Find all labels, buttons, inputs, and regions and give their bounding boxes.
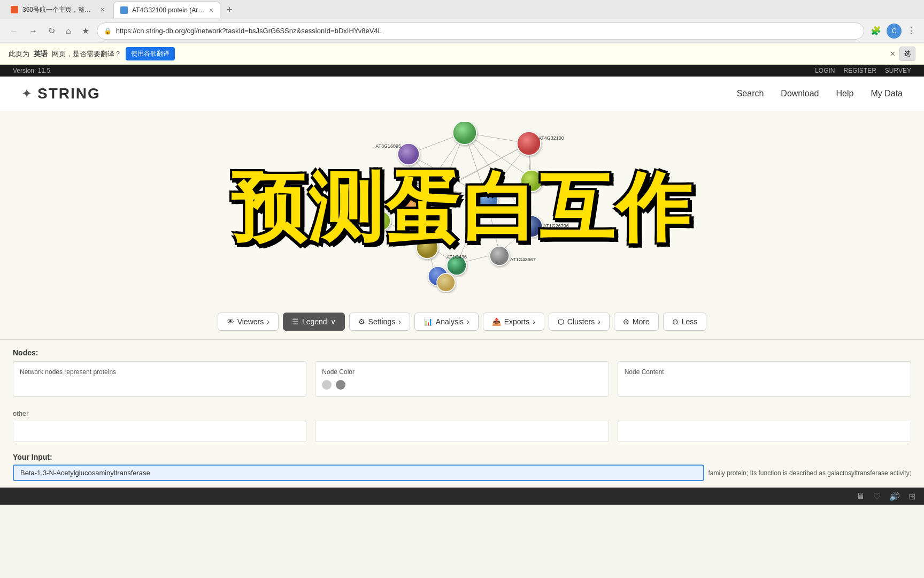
settings-button[interactable]: ⚙ Settings › xyxy=(349,313,410,331)
back-button[interactable]: ← xyxy=(6,24,21,38)
exports-button[interactable]: 📤 Exports › xyxy=(483,313,544,331)
svg-point-33 xyxy=(517,132,541,155)
login-link[interactable]: LOGIN xyxy=(815,67,835,74)
nav-help[interactable]: Help xyxy=(836,89,854,98)
network-graph[interactable]: AT1G27250 AT4G32100 AT3G16895 AT3G17155 … xyxy=(312,122,612,293)
tab-2[interactable]: AT4G32100 protein (Arabi... × xyxy=(113,1,220,18)
home-button[interactable]: ⌂ xyxy=(63,24,74,38)
svg-point-49 xyxy=(490,246,509,265)
tab-2-close[interactable]: × xyxy=(209,6,213,14)
translate-button[interactable]: 使用谷歌翻译 xyxy=(126,47,175,60)
svg-text:AT1G436: AT1G436 xyxy=(446,254,467,260)
other-label: other xyxy=(13,409,911,417)
input-description: family protein; Its function is describe… xyxy=(709,465,912,481)
nodes-box-2: Node Content xyxy=(618,361,911,397)
translate-prefix: 此页为 xyxy=(9,49,29,59)
clusters-button[interactable]: ⬡ Clusters › xyxy=(549,313,610,331)
input-label: Your Input: xyxy=(13,453,911,461)
site-header: ✦ STRING Search Download Help My Data xyxy=(0,77,924,111)
more-button[interactable]: ⊕ More xyxy=(614,313,659,331)
profile-button[interactable]: C xyxy=(887,24,902,39)
tab-2-favicon xyxy=(120,6,128,14)
clusters-label: Clusters xyxy=(567,317,595,326)
svg-point-55 xyxy=(437,273,455,292)
tab-1[interactable]: 360号航一个主页，整个世界 × xyxy=(4,1,111,18)
svg-point-41 xyxy=(474,188,498,211)
url-text: https://cn.string-db.org/cgi/network?tas… xyxy=(116,27,857,35)
bookmark-button[interactable]: ★ xyxy=(79,24,93,38)
network-svg: AT1G27250 AT4G32100 AT3G16895 AT3G17155 … xyxy=(312,122,612,293)
bottom-bar: 🖥 ♡ 🔊 ⊞ xyxy=(0,488,924,505)
svg-text:AT1G2679: AT1G2679 xyxy=(382,199,405,204)
select-button[interactable]: 选 xyxy=(899,47,915,61)
tab-1-title: 360号航一个主页，整个世界 xyxy=(22,5,96,14)
nav-download[interactable]: Download xyxy=(781,89,819,98)
tab-1-favicon xyxy=(11,6,18,13)
exports-chevron: › xyxy=(533,317,535,326)
main-nav: Search Download Help My Data xyxy=(737,89,903,98)
tab-bar: 360号航一个主页，整个世界 × AT4G32100 protein (Arab… xyxy=(0,0,924,19)
clusters-icon: ⬡ xyxy=(558,317,564,326)
translate-close[interactable]: × xyxy=(890,49,895,59)
tab-1-close[interactable]: × xyxy=(101,5,105,14)
legend-chevron: ∨ xyxy=(330,317,336,326)
input-section: Your Input: family protein; Its function… xyxy=(0,446,924,488)
svg-text:AT3G16895: AT3G16895 xyxy=(375,143,401,149)
survey-link[interactable]: SURVEY xyxy=(885,67,911,74)
address-bar[interactable]: 🔒 https://cn.string-db.org/cgi/network?t… xyxy=(97,22,864,40)
analysis-label: Analysis xyxy=(436,317,464,326)
color-swatch-dark xyxy=(336,380,345,390)
extensions-button[interactable]: 🧩 xyxy=(868,24,883,38)
svg-text:AT5G37473: AT5G37473 xyxy=(499,193,525,198)
nodes-section: Nodes: Network nodes represent proteins … xyxy=(0,340,924,405)
input-field[interactable] xyxy=(13,465,704,481)
nodes-box-1: Node Color xyxy=(315,361,609,397)
legend-button[interactable]: ☰ Legend ∨ xyxy=(283,313,345,331)
other-box-2 xyxy=(618,421,911,442)
svg-text:AT1G27250: AT1G27250 xyxy=(452,122,478,123)
bottom-icon-2[interactable]: ♡ xyxy=(873,491,881,501)
less-button[interactable]: ⊖ Less xyxy=(663,313,707,331)
less-icon: ⊖ xyxy=(672,317,679,326)
nav-search[interactable]: Search xyxy=(737,89,764,98)
settings-icon: ⚙ xyxy=(358,317,365,326)
svg-point-45 xyxy=(521,216,542,237)
register-link[interactable]: REGISTER xyxy=(844,67,876,74)
network-nodes[interactable]: AT1G27250 AT4G32100 AT3G16895 AT3G17155 … xyxy=(371,122,569,292)
settings-button[interactable]: ⋮ xyxy=(905,24,918,38)
bottom-icon-4[interactable]: ⊞ xyxy=(908,491,915,501)
legend-label: Legend xyxy=(302,317,327,326)
svg-text:AT1G43667: AT1G43667 xyxy=(510,257,536,262)
settings-label: Settings xyxy=(368,317,396,326)
bottom-icon-1[interactable]: 🖥 xyxy=(856,491,865,501)
legend-icon: ☰ xyxy=(292,317,299,326)
browser-tools: 🧩 C ⋮ xyxy=(868,24,918,39)
color-swatches xyxy=(322,380,602,390)
nav-my-data[interactable]: My Data xyxy=(871,89,903,98)
auth-links: LOGIN REGISTER SURVEY xyxy=(815,67,911,74)
forward-button[interactable]: → xyxy=(26,24,41,38)
analysis-button[interactable]: 📊 Analysis › xyxy=(414,313,479,331)
viewers-label: Viewers xyxy=(237,317,264,326)
refresh-button[interactable]: ↻ xyxy=(45,24,58,38)
svg-text:AT3G17155: AT3G17155 xyxy=(543,178,569,183)
browser-chrome: 360号航一个主页，整个世界 × AT4G32100 protein (Arab… xyxy=(0,0,924,43)
svg-point-53 xyxy=(371,211,390,231)
logo-text: STRING xyxy=(37,85,101,102)
other-box-1 xyxy=(315,421,609,442)
translate-lang[interactable]: 英语 xyxy=(34,49,48,59)
viewers-button[interactable]: 👁 Viewers › xyxy=(218,313,279,331)
more-icon: ⊕ xyxy=(623,317,629,326)
logo-icon: ✦ xyxy=(21,86,32,101)
bottom-icon-3[interactable]: 🔊 xyxy=(889,491,900,501)
new-tab-button[interactable]: + xyxy=(222,4,237,16)
version-info: Version: 11.5 xyxy=(13,67,50,74)
nodes-grid: Network nodes represent proteins Node Co… xyxy=(13,361,911,397)
tab-2-title: AT4G32100 protein (Arabi... xyxy=(132,6,205,14)
svg-point-43 xyxy=(403,197,425,218)
toolbar: 👁 Viewers › ☰ Legend ∨ ⚙ Settings › 📊 An… xyxy=(0,304,924,340)
svg-text:AT1G26796: AT1G26796 xyxy=(543,223,569,229)
nodes-box-0-title: Network nodes represent proteins xyxy=(20,368,299,376)
other-section: other xyxy=(0,405,924,446)
network-area: AT1G27250 AT4G32100 AT3G16895 AT3G17155 … xyxy=(0,111,924,304)
